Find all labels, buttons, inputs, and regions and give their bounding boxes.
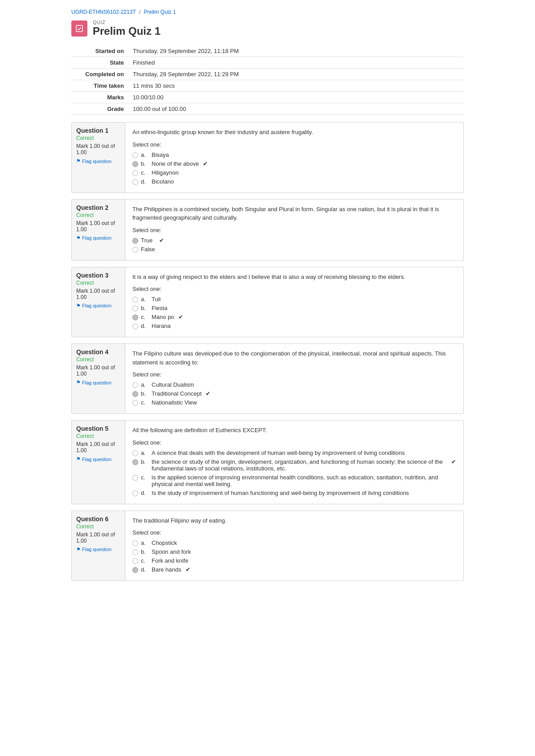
option-list-2: True✔False [132, 237, 456, 253]
correct-checkmark-2-1: ✔ [159, 237, 164, 244]
select-one-label-6: Select one: [132, 529, 456, 536]
quiz-title: Prelim Quiz 1 [93, 25, 160, 37]
option-item-3-3: c.Mano po✔ [132, 314, 456, 320]
question-number-3: Question 3 [76, 272, 120, 279]
option-item-2-2: False [132, 246, 456, 253]
option-item-3-2: b.Fiesta [132, 305, 456, 311]
radio-6-3[interactable] [132, 558, 138, 564]
question-content-6: The traditional Filipino way of eating.S… [125, 511, 463, 581]
question-text-6: The traditional Filipino way of eating. [132, 516, 456, 525]
option-list-3: a.Tulib.Fiestac.Mano po✔d.Harana [132, 296, 456, 329]
breadcrumb-course[interactable]: UGRD-ETHNS6102-2213T [71, 9, 136, 15]
flag-question-link-3[interactable]: ⚑ Flag question [76, 303, 120, 309]
question-mark-4: Mark 1.00 out of 1.00 [76, 364, 120, 377]
radio-3-4[interactable] [132, 323, 138, 329]
flag-question-link-5[interactable]: ⚑ Flag question [76, 456, 120, 462]
radio-6-2[interactable] [132, 549, 138, 555]
radio-5-3[interactable] [132, 475, 138, 481]
breadcrumb-page[interactable]: Prelim Quiz 1 [144, 9, 176, 15]
quiz-title-area: QUIZ Prelim Quiz 1 [93, 20, 160, 37]
option-item-5-1: a.A science that deals with the developm… [132, 450, 456, 456]
option-text-4-2: Traditional Concept [152, 390, 202, 397]
info-row-marks: Marks 10.00/10.00 [71, 92, 464, 103]
option-list-5: a.A science that deals with the developm… [132, 450, 456, 496]
time-taken-label: Time taken [71, 80, 129, 92]
option-text-6-4: Bare hands [152, 566, 181, 573]
option-text-3-2: Fiesta [152, 305, 167, 311]
quiz-icon [71, 20, 87, 37]
question-block-1: Question 1CorrectMark 1.00 out of 1.00⚑ … [71, 122, 464, 193]
radio-3-1[interactable] [132, 297, 138, 302]
radio-3-2[interactable] [132, 306, 138, 311]
info-row-state: State Finished [71, 57, 464, 69]
radio-4-2[interactable] [132, 391, 138, 397]
time-taken-value: 11 mins 30 secs [129, 80, 464, 92]
question-sidebar-3: Question 3CorrectMark 1.00 out of 1.00⚑ … [72, 267, 125, 337]
flag-icon-2: ⚑ [76, 235, 81, 241]
option-item-2-1: True✔ [132, 237, 456, 244]
flag-question-link-4[interactable]: ⚑ Flag question [76, 380, 120, 385]
option-list-6: a.Chopstickb.Spoon and forkc.Fork and kn… [132, 539, 456, 573]
radio-4-3[interactable] [132, 400, 138, 406]
question-status-6: Correct [76, 523, 120, 530]
option-item-1-2: b.None of the above✔ [132, 160, 456, 167]
correct-checkmark-5-2: ✔ [451, 458, 456, 465]
question-text-5: All the following are definition of Euth… [132, 426, 456, 435]
radio-1-3[interactable] [132, 170, 138, 176]
question-sidebar-6: Question 6CorrectMark 1.00 out of 1.00⚑ … [72, 511, 125, 581]
radio-2-2[interactable] [132, 247, 138, 253]
question-sidebar-5: Question 5CorrectMark 1.00 out of 1.00⚑ … [72, 421, 125, 504]
question-status-5: Correct [76, 433, 120, 439]
marks-label: Marks [71, 92, 129, 103]
radio-2-1[interactable] [132, 238, 138, 244]
question-number-6: Question 6 [76, 515, 120, 523]
correct-checkmark-6-4: ✔ [185, 566, 190, 573]
option-label-3-1: a. [141, 296, 149, 302]
state-label: State [71, 57, 129, 69]
question-block-6: Question 6CorrectMark 1.00 out of 1.00⚑ … [71, 511, 464, 581]
option-text-5-2: the science or study of the origin, deve… [152, 458, 447, 472]
radio-5-4[interactable] [132, 490, 138, 496]
option-text-3-4: Harana [152, 323, 171, 329]
option-label-1-1: a. [141, 151, 149, 158]
radio-1-1[interactable] [132, 152, 138, 158]
flag-question-link-6[interactable]: ⚑ Flag question [76, 547, 120, 552]
option-list-4: a.Cultural Dualismb.Traditional Concept✔… [132, 381, 456, 406]
option-label-4-1: a. [141, 381, 149, 388]
question-block-3: Question 3CorrectMark 1.00 out of 1.00⚑ … [71, 267, 464, 338]
option-text-1-4: Bicolano [152, 178, 174, 185]
option-item-3-4: d.Harana [132, 323, 456, 329]
flag-icon-4: ⚑ [76, 380, 81, 385]
option-item-1-1: a.Bisaya [132, 151, 456, 158]
radio-4-1[interactable] [132, 382, 138, 388]
flag-question-link-1[interactable]: ⚑ Flag question [76, 158, 120, 164]
select-one-label-2: Select one: [132, 227, 456, 233]
option-label-6-1: a. [141, 539, 149, 546]
breadcrumb: UGRD-ETHNS6102-2213T / Prelim Quiz 1 [71, 9, 464, 15]
question-number-5: Question 5 [76, 425, 120, 432]
correct-checkmark-1-2: ✔ [203, 160, 208, 167]
question-status-1: Correct [76, 135, 120, 141]
radio-3-3[interactable] [132, 315, 138, 320]
radio-1-2[interactable] [132, 161, 138, 167]
radio-6-1[interactable] [132, 540, 138, 546]
question-block-2: Question 2CorrectMark 1.00 out of 1.00⚑ … [71, 199, 464, 261]
info-row-grade: Grade 100.00 out of 100.00 [71, 103, 464, 115]
flag-question-link-2[interactable]: ⚑ Flag question [76, 235, 120, 241]
question-sidebar-4: Question 4CorrectMark 1.00 out of 1.00⚑ … [72, 344, 125, 413]
question-block-5: Question 5CorrectMark 1.00 out of 1.00⚑ … [71, 420, 464, 504]
state-value: Finished [129, 57, 464, 69]
radio-6-4[interactable] [132, 567, 138, 573]
radio-5-1[interactable] [132, 450, 138, 456]
grade-value: 100.00 out of 100.00 [129, 103, 464, 115]
option-text-5-3: is the applied science of improving envi… [152, 474, 456, 487]
radio-1-4[interactable] [132, 179, 138, 185]
option-label-2-1: True [141, 237, 152, 244]
question-block-4: Question 4CorrectMark 1.00 out of 1.00⚑ … [71, 343, 464, 414]
info-table: Started on Thursday, 29 September 2022, … [71, 45, 464, 115]
option-label-4-2: b. [141, 390, 149, 397]
started-on-value: Thursday, 29 September 2022, 11:18 PM [129, 45, 464, 57]
select-one-label-5: Select one: [132, 439, 456, 446]
option-text-5-4: Is the study of improvement of human fun… [152, 490, 409, 496]
radio-5-2[interactable] [132, 459, 138, 465]
